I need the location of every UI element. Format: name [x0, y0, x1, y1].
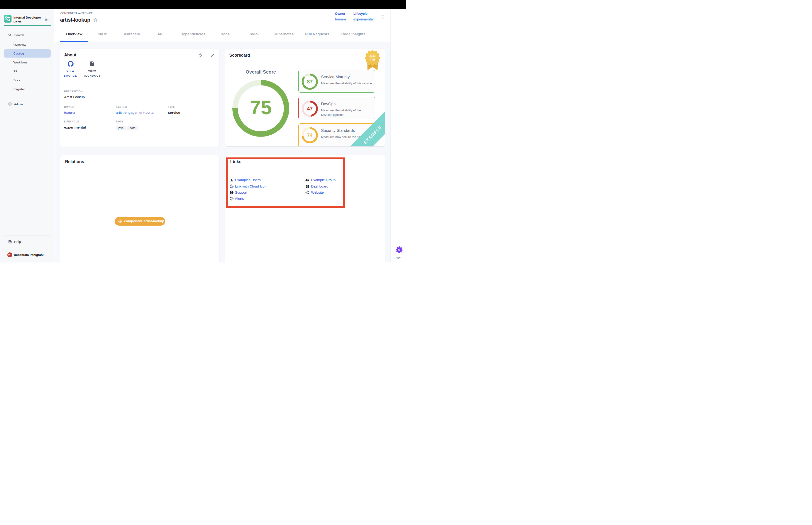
svg-text:Tier: Tier — [370, 58, 375, 61]
svg-text:?: ? — [9, 240, 10, 242]
svg-text:Gold: Gold — [369, 55, 376, 58]
